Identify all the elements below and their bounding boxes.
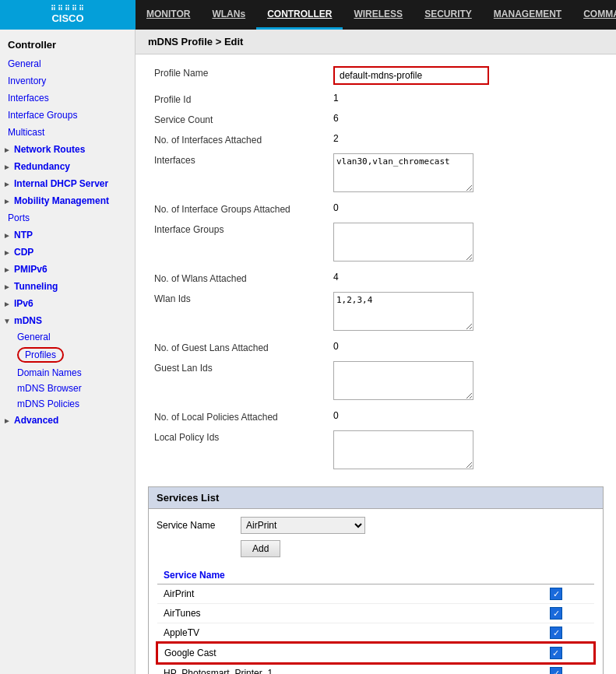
wlan-ids-label: Wlan Ids xyxy=(148,288,327,337)
sidebar-item-mdns-browser[interactable]: mDNS Browser xyxy=(17,381,135,396)
sidebar-item-pmipv6[interactable]: PMIPv6 xyxy=(0,261,135,278)
service-item-name: HP_Photosmart_Printer_1 xyxy=(157,663,518,674)
services-section: Services List Service Name AirPrint AirT… xyxy=(148,486,604,674)
interfaces-textarea[interactable]: vlan30,vlan_chromecast xyxy=(333,153,473,192)
guest-lan-ids-label: Guest Lan Ids xyxy=(148,357,327,406)
sidebar-item-mdns[interactable]: mDNS xyxy=(0,312,135,329)
sidebar-item-tunneling[interactable]: Tunneling xyxy=(0,278,135,295)
active-item-indicator: Profiles xyxy=(17,347,64,363)
no-local-policies-value: 0 xyxy=(327,406,604,427)
service-count-label: Service Count xyxy=(148,109,327,129)
services-list-header: Services List xyxy=(148,486,604,508)
content-area: Profile Name Profile Id 1 Service Count … xyxy=(136,54,616,674)
sidebar-item-advanced[interactable]: Advanced xyxy=(0,412,135,429)
sidebar-item-mdns-domain-names[interactable]: Domain Names xyxy=(17,365,135,381)
mdns-subitems: General Profiles Domain Names mDNS Brows… xyxy=(0,329,135,412)
sidebar-item-mdns-general[interactable]: General xyxy=(17,329,135,345)
service-item-checkbox-cell: ✓ xyxy=(518,584,594,604)
sidebar-item-mdns-policies[interactable]: mDNS Policies xyxy=(17,396,135,412)
service-list-table: Service Name AirPrint✓AirTunes✓AppleTV✓G… xyxy=(157,567,595,674)
service-name-column-header: Service Name xyxy=(157,567,518,584)
page-layout: Controller General Inventory Interfaces … xyxy=(0,30,616,674)
collapse-arrow xyxy=(3,317,12,325)
breadcrumb: mDNS Profile > Edit xyxy=(136,30,616,54)
nav-wlans[interactable]: WLANs xyxy=(201,0,256,30)
collapse-arrow xyxy=(3,180,12,188)
nav-management[interactable]: MANAGEMENT xyxy=(483,0,572,30)
collapse-arrow xyxy=(3,248,12,257)
service-item-checkbox-cell: ✓ xyxy=(518,643,594,663)
no-interface-groups-label: No. of Interface Groups Attached xyxy=(148,198,327,219)
service-name-row: Service Name AirPrint AirTunes AppleTV G… xyxy=(157,517,595,534)
wlan-ids-row: Wlan Ids 1,2,3,4 xyxy=(148,288,604,337)
nav-security[interactable]: SECURITY xyxy=(414,0,483,30)
no-interfaces-row: No. of Interfaces Attached 2 xyxy=(148,129,604,149)
service-list-item: HP_Photosmart_Printer_1✓ xyxy=(157,663,594,674)
sidebar-item-ipv6[interactable]: IPv6 xyxy=(0,295,135,312)
profile-id-row: Profile Id 1 xyxy=(148,89,604,109)
service-name-label: Service Name xyxy=(157,520,234,531)
service-item-checkbox[interactable]: ✓ xyxy=(550,607,562,620)
top-navigation: ⠿⠿⠿⠿⠿ CISCO MONITOR WLANs CONTROLLER WIR… xyxy=(0,0,616,30)
interface-groups-textarea[interactable] xyxy=(333,223,473,262)
nav-commands[interactable]: COMMANDS xyxy=(572,0,616,30)
collapse-arrow xyxy=(3,416,12,425)
no-guest-lans-row: No. of Guest Lans Attached 0 xyxy=(148,337,604,357)
profile-name-label: Profile Name xyxy=(148,62,327,89)
collapse-arrow xyxy=(3,146,12,154)
cisco-logo: ⠿⠿⠿⠿⠿ CISCO xyxy=(51,5,86,24)
collapse-arrow xyxy=(3,163,12,171)
interface-groups-row: Interface Groups xyxy=(148,219,604,268)
no-interface-groups-row: No. of Interface Groups Attached 0 xyxy=(148,198,604,219)
sidebar-item-multicast[interactable]: Multicast xyxy=(0,124,135,141)
nav-monitor[interactable]: MONITOR xyxy=(136,0,201,30)
nav-wireless[interactable]: WIRELESS xyxy=(343,0,414,30)
profile-id-label: Profile Id xyxy=(148,89,327,109)
service-item-checkbox[interactable]: ✓ xyxy=(550,627,562,639)
guest-lan-ids-textarea[interactable] xyxy=(333,361,473,400)
sidebar-item-interface-groups[interactable]: Interface Groups xyxy=(0,107,135,124)
service-item-checkbox-cell: ✓ xyxy=(518,604,594,623)
sidebar-item-interfaces[interactable]: Interfaces xyxy=(0,90,135,107)
profile-name-input[interactable] xyxy=(333,66,489,85)
sidebar-item-redundancy[interactable]: Redundancy xyxy=(0,158,135,175)
no-wlans-value: 4 xyxy=(327,268,604,288)
guest-lan-ids-row: Guest Lan Ids xyxy=(148,357,604,406)
collapse-arrow xyxy=(3,265,12,274)
service-item-checkbox[interactable]: ✓ xyxy=(550,588,562,600)
sidebar-item-dhcp[interactable]: Internal DHCP Server xyxy=(0,175,135,192)
collapse-arrow xyxy=(3,231,12,240)
no-interface-groups-value: 0 xyxy=(327,198,604,219)
local-policy-ids-textarea[interactable] xyxy=(333,430,473,469)
main-content: mDNS Profile > Edit Profile Name Profile… xyxy=(136,30,616,674)
checkbox-column-header xyxy=(518,567,594,584)
sidebar-item-ports[interactable]: Ports xyxy=(0,209,135,226)
service-item-name: AppleTV xyxy=(157,623,518,644)
wlan-ids-textarea[interactable]: 1,2,3,4 xyxy=(333,292,473,331)
sidebar-item-general[interactable]: General xyxy=(0,55,135,72)
nav-controller[interactable]: CONTROLLER xyxy=(256,0,343,30)
service-item-checkbox[interactable]: ✓ xyxy=(550,667,562,674)
no-guest-lans-value: 0 xyxy=(327,337,604,357)
sidebar-item-ntp[interactable]: NTP xyxy=(0,226,135,244)
sidebar-item-inventory[interactable]: Inventory xyxy=(0,72,135,90)
sidebar-item-mobility[interactable]: Mobility Management xyxy=(0,192,135,209)
service-list-item: AirTunes✓ xyxy=(157,604,594,623)
no-local-policies-label: No. of Local Policies Attached xyxy=(148,406,327,427)
service-name-select[interactable]: AirPrint AirTunes AppleTV Google Cast HP… xyxy=(241,517,365,534)
add-button-row: Add xyxy=(157,540,595,563)
collapse-arrow xyxy=(3,197,12,205)
service-count-value: 6 xyxy=(327,109,604,129)
sidebar-item-cdp[interactable]: CDP xyxy=(0,244,135,261)
service-item-name: Google Cast xyxy=(157,643,518,663)
sidebar-item-network-routes[interactable]: Network Routes xyxy=(0,141,135,158)
sidebar-title: Controller xyxy=(0,33,135,55)
service-item-checkbox[interactable]: ✓ xyxy=(550,647,562,659)
local-policy-ids-label: Local Policy Ids xyxy=(148,427,327,476)
collapse-arrow xyxy=(3,283,12,291)
add-button[interactable]: Add xyxy=(241,540,280,557)
profile-id-value: 1 xyxy=(327,89,604,109)
no-wlans-label: No. of Wlans Attached xyxy=(148,268,327,288)
sidebar-item-mdns-profiles[interactable]: Profiles xyxy=(17,345,135,365)
service-item-checkbox-cell: ✓ xyxy=(518,623,594,644)
